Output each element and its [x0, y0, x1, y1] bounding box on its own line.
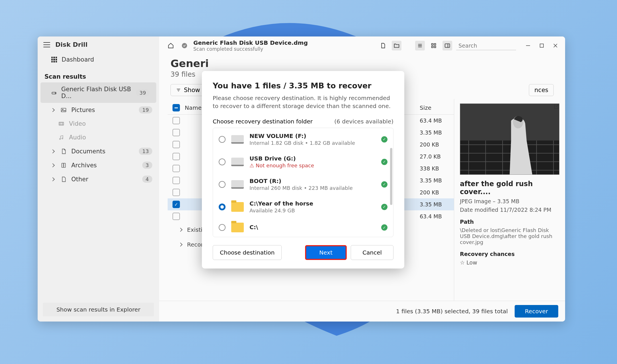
folder-view-icon[interactable] — [392, 41, 401, 50]
preview-type: JPEG Image – 3.35 MB — [460, 198, 559, 204]
chevron-right-icon — [51, 177, 55, 181]
panel-view-icon[interactable] — [443, 41, 452, 50]
checkbox[interactable] — [172, 213, 180, 220]
destination-item[interactable]: C:\✓ — [213, 218, 393, 237]
radio-button[interactable] — [219, 136, 226, 143]
destination-name: NEW VOLUME (F:) — [249, 133, 376, 139]
devices-available-label: (6 devices available) — [334, 118, 393, 125]
file-icon — [60, 176, 67, 182]
checkbox[interactable] — [172, 189, 180, 196]
sidebar-item-label: Documents — [71, 148, 105, 155]
file-view-icon[interactable] — [378, 41, 388, 50]
chevron-right-icon — [51, 108, 55, 112]
close-icon[interactable] — [553, 43, 558, 48]
svg-rect-12 — [434, 46, 436, 48]
svg-rect-9 — [432, 44, 433, 45]
sidebar-item-other[interactable]: Other 4 — [38, 172, 159, 186]
destination-item[interactable]: USB Drive (G:)⚠ Not enough free space✓ — [213, 151, 393, 173]
radio-button[interactable] — [219, 224, 226, 231]
drive-icon — [231, 135, 244, 144]
scan-status: Scan completed successfully — [193, 46, 308, 52]
search-input[interactable] — [458, 42, 528, 49]
scrollbar-thumb[interactable] — [390, 148, 392, 205]
choose-destination-button[interactable]: Choose destination — [213, 245, 282, 260]
destination-name: C:\Year of the horse — [249, 200, 376, 207]
sidebar-item-label: Pictures — [71, 107, 95, 113]
svg-point-1 — [55, 93, 56, 93]
sidebar-item-pictures[interactable]: Pictures 19 — [38, 103, 159, 117]
file-size: 63.4 MB — [420, 213, 454, 219]
file-size: 63.4 MB — [420, 117, 454, 124]
app-title: Disk Drill — [55, 41, 88, 48]
minimize-icon[interactable] — [525, 43, 531, 48]
sidebar: Disk Drill Dashboard Scan results Generi… — [38, 36, 159, 322]
maximize-icon[interactable] — [539, 43, 545, 48]
radio-button[interactable] — [219, 158, 226, 165]
select-all-checkbox[interactable] — [172, 104, 180, 111]
count-badge: 4 — [142, 176, 152, 183]
destination-name: BOOT (R:) — [249, 178, 376, 184]
destination-item[interactable]: NEW VOLUME (F:)Internal 1.82 GB disk • 1… — [213, 128, 393, 151]
modal-description: Please choose recovery destination. It i… — [213, 94, 393, 110]
search-box[interactable] — [456, 41, 516, 50]
open-external-icon[interactable] — [553, 103, 559, 110]
chevron-right-icon — [51, 149, 55, 153]
sidebar-item-label: Generic Flash Disk USB D... — [61, 86, 131, 99]
home-icon[interactable] — [166, 41, 176, 50]
chevron-right-icon — [51, 163, 55, 167]
count-badge: 3 — [142, 162, 152, 169]
preview-path-heading: Path — [460, 219, 559, 225]
checkbox[interactable] — [172, 177, 180, 184]
sidebar-item-dashboard[interactable]: Dashboard — [38, 53, 159, 66]
checkbox[interactable] — [172, 153, 180, 160]
destination-detail: Available 24.9 GB — [249, 208, 376, 213]
sidebar-item-archives[interactable]: Archives 3 — [38, 158, 159, 172]
check-ok-icon: ✓ — [381, 181, 387, 188]
next-button[interactable]: Next — [305, 245, 347, 260]
destination-item[interactable]: C:\Year of the horseAvailable 24.9 GB✓ — [213, 196, 393, 218]
count-badge: 13 — [139, 148, 152, 155]
sidebar-item-label: Archives — [71, 162, 97, 169]
document-icon — [60, 148, 67, 154]
check-ok-icon: ✓ — [381, 224, 387, 231]
recovery-chances-filter[interactable]: nces — [529, 84, 554, 96]
checkbox[interactable] — [172, 129, 180, 136]
checkbox[interactable] — [172, 141, 180, 148]
breadcrumb-title: Generic Flash Disk USB Device.dmg — [193, 39, 308, 46]
drive-icon — [231, 180, 244, 189]
recover-button[interactable]: Recover — [515, 305, 558, 318]
destination-item[interactable]: BOOT (R:)Internal 260 MB disk • 223 MB a… — [213, 173, 393, 196]
list-view-icon[interactable] — [415, 41, 425, 50]
show-in-explorer-button[interactable]: Show scan results in Explorer — [43, 303, 154, 316]
radio-button[interactable] — [219, 204, 226, 210]
radio-button[interactable] — [219, 181, 226, 188]
file-size: 200 KB — [420, 141, 454, 148]
sidebar-item-label: Audio — [69, 134, 86, 141]
cancel-button[interactable]: Cancel — [351, 245, 393, 260]
destination-list: NEW VOLUME (F:)Internal 1.82 GB disk • 1… — [213, 128, 393, 237]
destination-detail: Internal 260 MB disk • 223 MB available — [249, 185, 376, 191]
preview-filename: after the gold rush cover.... — [460, 180, 559, 196]
sidebar-item-documents[interactable]: Documents 13 — [38, 144, 159, 158]
chevron-right-icon — [178, 228, 182, 232]
file-size: 27.0 KB — [420, 153, 454, 160]
show-filter-button[interactable]: Show — [171, 84, 206, 96]
check-ok-icon: ✓ — [381, 136, 387, 143]
sidebar-item-device[interactable]: Generic Flash Disk USB D... 39 — [40, 82, 156, 103]
preview-chances-heading: Recovery chances — [460, 251, 559, 257]
count-badge: 19 — [139, 106, 152, 113]
preview-path: \Deleted or lost\Generic Flash Disk USB … — [460, 227, 559, 245]
column-size[interactable]: Size — [420, 104, 454, 111]
checkbox[interactable] — [172, 117, 180, 124]
checkbox[interactable] — [172, 165, 180, 172]
picture-icon — [60, 107, 67, 113]
grid-view-icon[interactable] — [429, 41, 439, 50]
checkbox-checked[interactable]: ✓ — [172, 201, 180, 208]
svg-point-8 — [182, 43, 187, 48]
sidebar-item-audio[interactable]: Audio — [38, 131, 159, 144]
toolbar: Generic Flash Disk USB Device.dmg Scan c… — [159, 36, 565, 55]
hamburger-icon[interactable] — [43, 42, 50, 47]
file-size: 200 KB — [420, 189, 454, 196]
sidebar-item-video[interactable]: Video — [38, 117, 159, 131]
preview-modified: Date modified 11/7/2022 8:24 PM — [460, 207, 559, 213]
